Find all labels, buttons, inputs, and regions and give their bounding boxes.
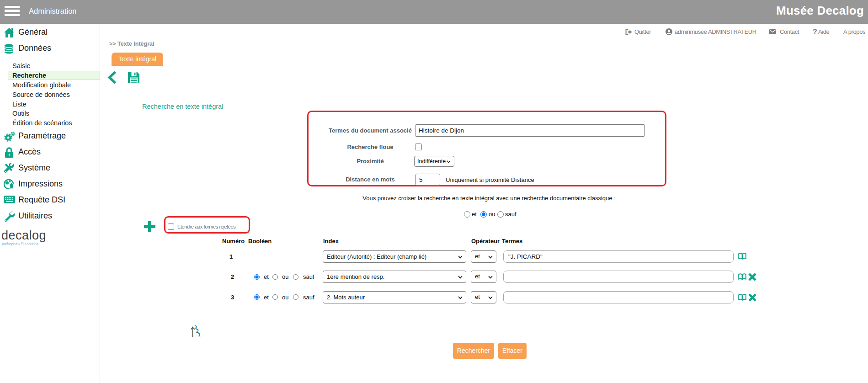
svg-text:1: 1 xyxy=(198,332,201,337)
